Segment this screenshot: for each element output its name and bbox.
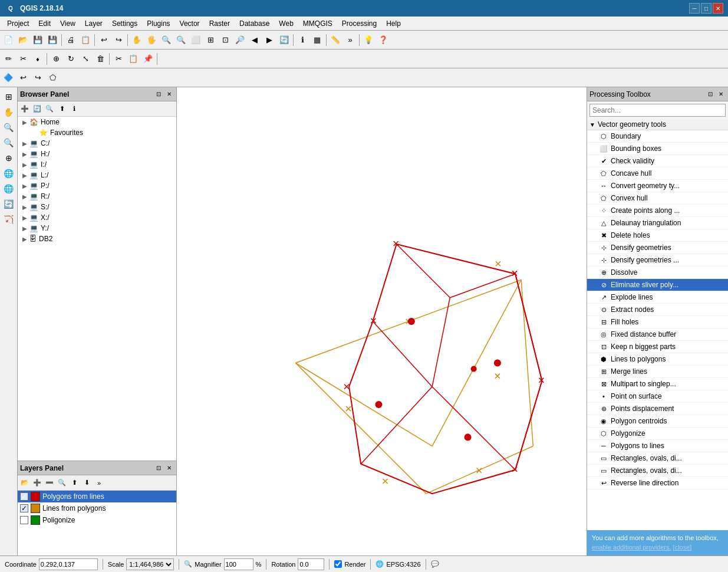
refresh-btn[interactable]: 🔄 — [277, 33, 291, 47]
snap2-btn[interactable]: ↩ — [16, 71, 30, 85]
browser-tree-item[interactable]: ▶ 💻 L:/ — [18, 170, 176, 180]
proc-item[interactable]: ⊟ Fill holes — [587, 316, 728, 328]
coord-icon[interactable]: ⊕ — [2, 151, 16, 165]
proc-item[interactable]: ⬡ Boundary — [587, 130, 728, 143]
proc-item[interactable]: ✔ Check validity — [587, 155, 728, 167]
proc-item[interactable]: ◉ Polygon centroids — [587, 415, 728, 428]
proc-item[interactable]: ⊹ Densify geometries — [587, 242, 728, 254]
menu-edit[interactable]: Edit — [34, 18, 55, 29]
minimize-button[interactable]: ─ — [689, 3, 700, 14]
proc-item[interactable]: ◎ Fixed distance buffer — [587, 328, 728, 341]
layers-icon[interactable]: ⊞ — [2, 90, 16, 104]
arrow-icon[interactable]: 🏹 — [2, 212, 16, 226]
redo-btn[interactable]: ↪ — [111, 33, 126, 47]
close-button[interactable]: ✕ — [713, 3, 723, 14]
proc-float-btn[interactable]: ⊡ — [706, 90, 715, 99]
browser-tree-item[interactable]: ▶ 💻 P:/ — [18, 180, 176, 191]
layer-checkbox[interactable]: ✓ — [20, 492, 28, 501]
menu-raster[interactable]: Raster — [205, 18, 235, 29]
proc-item[interactable]: ⬢ Lines to polygons — [587, 353, 728, 366]
browser-collapse-btn[interactable]: ⬆ — [56, 103, 68, 115]
refresh2-icon[interactable]: 🔄 — [2, 197, 16, 211]
print-btn[interactable]: 🖨 — [64, 33, 78, 47]
proc-item[interactable]: ⊞ Merge lines — [587, 366, 728, 378]
menu-view[interactable]: View — [55, 18, 80, 29]
print2-btn[interactable]: 📋 — [78, 33, 93, 47]
browser-tree-item[interactable]: ▶ 💻 C:/ — [18, 138, 176, 149]
del-btn[interactable]: 🗑 — [93, 52, 107, 66]
zoom-in-btn[interactable]: 🔍 — [159, 33, 173, 47]
proc-item[interactable]: ⬠ Convex hull — [587, 192, 728, 205]
layer-item[interactable]: Poligonize — [18, 514, 176, 526]
zoom-last-btn[interactable]: ◀ — [248, 33, 262, 47]
browser-tree-item[interactable]: ▶ 🗄 DB2 — [18, 234, 176, 244]
undo-btn[interactable]: ↩ — [97, 33, 111, 47]
zoom-full-btn[interactable]: ⊞ — [203, 33, 218, 47]
proc-item[interactable]: ▭ Rectangles, ovals, di... — [587, 465, 728, 477]
layers-float-btn[interactable]: ⊡ — [154, 463, 163, 473]
processing-search-input[interactable] — [589, 104, 726, 117]
maximize-button[interactable]: □ — [701, 3, 711, 14]
zoomout-icon[interactable]: 🔍 — [2, 136, 16, 150]
pan-map-btn[interactable]: 🖐 — [144, 33, 159, 47]
layers-add-btn[interactable]: ➕ — [31, 477, 43, 489]
move-btn[interactable]: ⊕ — [49, 52, 63, 66]
browser-tree-item[interactable]: ▶ 💻 Y:/ — [18, 223, 176, 234]
identify-btn[interactable]: ℹ — [295, 33, 309, 47]
proc-item[interactable]: ▭ Rectangles, ovals, di... — [587, 452, 728, 465]
copy-btn[interactable]: 📋 — [126, 52, 140, 66]
proc-item[interactable]: ↩ Reverse line direction — [587, 477, 728, 489]
proc-item[interactable]: ⊕ Dissolve — [587, 267, 728, 279]
layers-more-btn[interactable]: » — [93, 477, 105, 489]
layers-open-btn[interactable]: 📂 — [19, 477, 31, 489]
menu-help[interactable]: Help — [381, 18, 406, 29]
proc-item[interactable]: • Point on surface — [587, 390, 728, 403]
browser-tree-item[interactable]: ▶ 💻 H:/ — [18, 149, 176, 159]
measure-btn[interactable]: 📏 — [328, 33, 342, 47]
browser-info-btn[interactable]: ℹ — [68, 103, 80, 115]
layers-filter-btn[interactable]: 🔍 — [56, 477, 68, 489]
menu-settings[interactable]: Settings — [107, 18, 142, 29]
open-btn[interactable]: 📂 — [16, 33, 30, 47]
save-as-btn[interactable]: 💾 — [45, 33, 60, 47]
pan-btn[interactable]: ✋ — [130, 33, 144, 47]
help-btn[interactable]: ❓ — [376, 33, 390, 47]
rubber-band-btn[interactable]: ⬜ — [189, 33, 203, 47]
zoom-selection-btn[interactable]: 🔎 — [233, 33, 247, 47]
tips-btn[interactable]: 💡 — [361, 33, 375, 47]
proc-item[interactable]: ⊹ Densify geometries ... — [587, 254, 728, 267]
layer-item[interactable]: ✓ Polygons from lines — [18, 491, 176, 502]
rotation-input[interactable] — [298, 558, 324, 570]
render-checkbox[interactable] — [334, 560, 342, 568]
rotate-btn[interactable]: ↻ — [64, 52, 78, 66]
vector-geometry-group-header[interactable]: ▼ Vector geometry tools — [587, 119, 728, 130]
node-btn[interactable]: ⬧ — [31, 52, 45, 66]
layers-close-btn[interactable]: ✕ — [164, 463, 174, 473]
browser-filter-btn[interactable]: 🔍 — [44, 103, 55, 115]
edit-btn[interactable]: ✏ — [1, 52, 15, 66]
proc-item[interactable]: ⊡ Keep n biggest parts — [587, 341, 728, 353]
magnifier-input[interactable] — [224, 558, 253, 570]
proc-item[interactable]: ↗ Explode lines — [587, 291, 728, 304]
menu-layer[interactable]: Layer — [80, 18, 107, 29]
scale-btn[interactable]: ⤡ — [78, 52, 93, 66]
snap-btn[interactable]: 🔷 — [1, 71, 15, 85]
browser-float-btn[interactable]: ⊡ — [154, 90, 163, 99]
zoom-next-btn[interactable]: ▶ — [262, 33, 276, 47]
proc-item[interactable]: △ Delaunay triangulation — [587, 217, 728, 229]
proc-item[interactable]: ✖ Delete holes — [587, 229, 728, 242]
browser-tree-item[interactable]: ▶ 💻 S:/ — [18, 202, 176, 212]
zoomin-icon[interactable]: 🔍 — [2, 120, 16, 134]
menu-mmqgis[interactable]: MMQGIS — [298, 18, 337, 29]
menu-database[interactable]: Database — [235, 18, 274, 29]
layers-down-btn[interactable]: ⬇ — [81, 477, 93, 489]
more-btn[interactable]: » — [343, 33, 357, 47]
proc-info-close[interactable]: [close] — [673, 544, 692, 551]
proc-item[interactable]: ⊘ Eliminate sliver poly... — [587, 279, 728, 291]
proc-item[interactable]: ⊠ Multipart to singlep... — [587, 378, 728, 390]
browser-tree-item[interactable]: ▶ 💻 X:/ — [18, 212, 176, 223]
menu-web[interactable]: Web — [274, 18, 298, 29]
layer-checkbox[interactable]: ✓ — [20, 504, 28, 512]
proc-info-link[interactable]: enable additional providers. — [592, 544, 671, 551]
browser-tree-item[interactable]: ▶ 🏠 Home — [18, 117, 176, 127]
